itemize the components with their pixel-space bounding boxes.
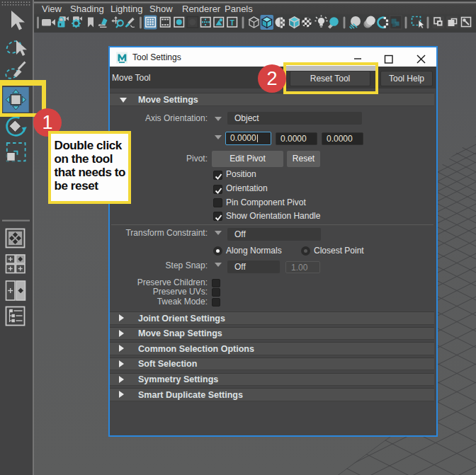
svg-text:T: T bbox=[230, 18, 235, 27]
